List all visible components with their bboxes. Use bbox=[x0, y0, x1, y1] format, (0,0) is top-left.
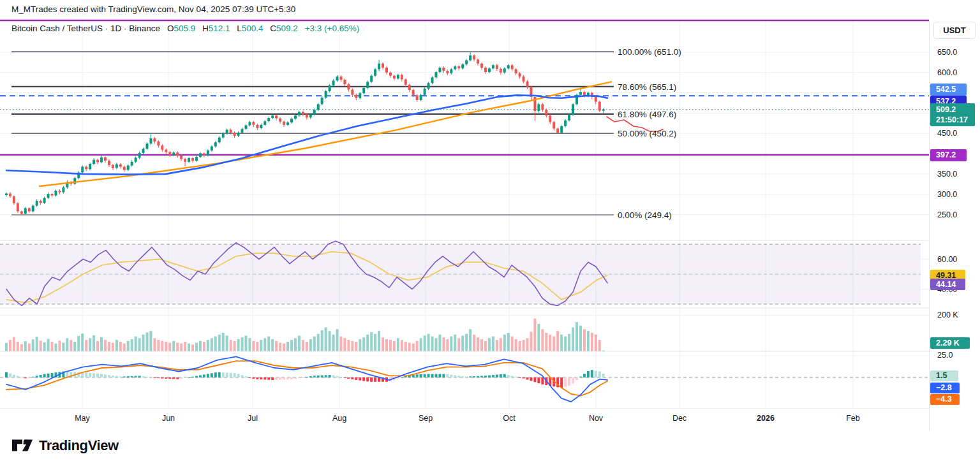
high-label: H bbox=[202, 24, 209, 33]
close-value: 509.2 bbox=[276, 24, 298, 33]
time-axis-label: Dec bbox=[672, 414, 687, 423]
symbol-title[interactable]: Bitcoin Cash / TetherUS · 1D · Binance bbox=[11, 24, 160, 33]
high-value: 512.1 bbox=[209, 24, 230, 33]
fib-level-label: 50.00% (450.2) bbox=[618, 129, 676, 138]
badge-value: 509.2 bbox=[936, 105, 975, 115]
price-badge: 397.2 bbox=[930, 149, 967, 161]
time-axis[interactable]: MayJunJulAugSepOctNovDec2026Feb bbox=[0, 409, 929, 431]
tradingview-logo-text: TradingView bbox=[39, 437, 119, 454]
currency-toggle-button[interactable]: USDT bbox=[933, 22, 976, 39]
open-value: 505.9 bbox=[174, 24, 195, 33]
price-tick: 450.0 bbox=[937, 129, 957, 138]
time-axis-label: Jul bbox=[248, 414, 258, 423]
price-badge: −2.8 bbox=[930, 383, 960, 393]
badge-value: 44.14 bbox=[936, 279, 965, 289]
badge-value: 542.5 bbox=[936, 84, 967, 94]
badge-value: 397.2 bbox=[936, 150, 967, 160]
badge-value: −2.8 bbox=[936, 383, 960, 393]
badge-value: 1.5 bbox=[936, 370, 958, 381]
price-tick: 600.0 bbox=[937, 68, 957, 77]
price-tick: 250.0 bbox=[937, 210, 957, 219]
time-axis-label: May bbox=[75, 414, 90, 423]
change-value: +3.3 (+0.65%) bbox=[305, 24, 360, 33]
price-badge: 509.221:50:17 bbox=[930, 103, 975, 126]
time-axis-label: Sep bbox=[419, 414, 433, 423]
fib-level-label: 100.00% (651.0) bbox=[618, 47, 681, 57]
tradingview-logo-icon bbox=[11, 438, 33, 453]
price-axis[interactable]: USDT 650.0600.0450.0350.0300.0250.060.00… bbox=[929, 20, 980, 431]
badge-value: 2.29 K bbox=[936, 338, 970, 348]
indicator-tick: 200 K bbox=[937, 311, 958, 319]
time-axis-label: Aug bbox=[332, 414, 346, 423]
low-value: 500.4 bbox=[242, 24, 264, 33]
tradingview-snapshot: M_MTrades created with TradingView.com, … bbox=[0, 0, 980, 468]
tradingview-logo[interactable]: TradingView bbox=[11, 437, 119, 454]
time-axis-label: Oct bbox=[503, 414, 515, 423]
time-axis-label: Nov bbox=[589, 414, 603, 423]
price-badge: −4.3 bbox=[930, 394, 960, 405]
time-axis-label: Feb bbox=[846, 414, 860, 423]
symbol-legend[interactable]: Bitcoin Cash / TetherUS · 1D · Binance O… bbox=[11, 24, 359, 33]
indicator-tick: 25.0 bbox=[937, 351, 953, 360]
price-badge: 542.5 bbox=[930, 84, 967, 96]
price-badge: 1.5 bbox=[930, 370, 958, 381]
fib-level-label: 78.60% (565.1) bbox=[618, 82, 676, 91]
badge-value: −4.3 bbox=[936, 394, 960, 404]
price-badge: 2.29 K bbox=[930, 337, 970, 349]
low-label: L bbox=[237, 24, 242, 33]
fib-level-label: 0.00% (249.4) bbox=[618, 210, 672, 220]
time-axis-label: Jun bbox=[162, 414, 175, 423]
price-tick: 300.0 bbox=[937, 190, 957, 199]
price-badge: 44.14 bbox=[930, 279, 965, 290]
open-label: O bbox=[167, 24, 174, 33]
chart-canvas[interactable] bbox=[0, 0, 980, 468]
fib-level-label: 61.80% (497.6) bbox=[618, 109, 676, 119]
price-tick: 650.0 bbox=[937, 48, 957, 57]
badge-countdown: 21:50:17 bbox=[936, 115, 975, 125]
close-label: C bbox=[270, 24, 276, 33]
time-axis-label: 2026 bbox=[757, 414, 775, 423]
indicator-tick: 60.00 bbox=[937, 255, 957, 264]
price-tick: 350.0 bbox=[937, 170, 957, 179]
